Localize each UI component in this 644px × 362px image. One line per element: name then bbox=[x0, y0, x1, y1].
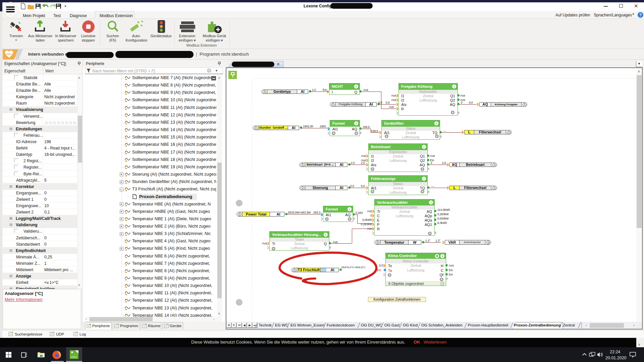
svg-text:CONFIG: CONFIG bbox=[71, 356, 77, 358]
